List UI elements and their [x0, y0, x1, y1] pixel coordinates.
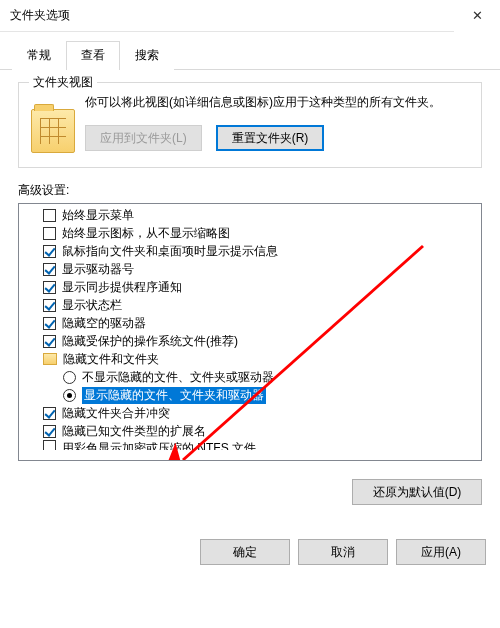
dialog-buttons: 确定 取消 应用(A) [0, 519, 500, 577]
checkbox-icon[interactable] [43, 299, 56, 312]
groupbox-desc: 你可以将此视图(如详细信息或图标)应用于这种类型的所有文件夹。 [85, 93, 469, 111]
ok-button[interactable]: 确定 [200, 539, 290, 565]
folder-icon [31, 109, 75, 153]
tree-item[interactable]: 显示状态栏 [19, 296, 481, 314]
folder-icon [43, 353, 57, 365]
checkbox-icon[interactable] [43, 227, 56, 240]
checkbox-icon[interactable] [43, 281, 56, 294]
tree-item-radio[interactable]: 显示隐藏的文件、文件夹和驱动器 [19, 386, 481, 404]
folder-view-group: 文件夹视图 你可以将此视图(如详细信息或图标)应用于这种类型的所有文件夹。 应用… [18, 82, 482, 168]
tab-bar: 常规 查看 搜索 [0, 32, 500, 70]
tree-item[interactable]: 隐藏空的驱动器 [19, 314, 481, 332]
close-icon: ✕ [472, 8, 483, 23]
apply-button[interactable]: 应用(A) [396, 539, 486, 565]
tree-item[interactable]: 隐藏已知文件类型的扩展名 [19, 422, 481, 440]
checkbox-icon[interactable] [43, 440, 56, 450]
window-title: 文件夹选项 [10, 7, 70, 24]
tree-item[interactable]: 隐藏文件夹合并冲突 [19, 404, 481, 422]
checkbox-icon[interactable] [43, 425, 56, 438]
radio-icon[interactable] [63, 389, 76, 402]
checkbox-icon[interactable] [43, 317, 56, 330]
tree-item[interactable]: 始终显示菜单 [19, 206, 481, 224]
radio-icon[interactable] [63, 371, 76, 384]
cancel-button[interactable]: 取消 [298, 539, 388, 565]
tab-general[interactable]: 常规 [12, 41, 66, 70]
close-button[interactable]: ✕ [454, 0, 500, 32]
checkbox-icon[interactable] [43, 209, 56, 222]
advanced-settings-tree[interactable]: 始终显示菜单 始终显示图标，从不显示缩略图 鼠标指向文件夹和桌面项时显示提示信息… [18, 203, 482, 461]
tree-item[interactable]: 用彩色显示加密或压缩的 NTFS 文件 [19, 440, 481, 450]
groupbox-label: 文件夹视图 [29, 74, 97, 91]
checkbox-icon[interactable] [43, 245, 56, 258]
tree-item[interactable]: 鼠标指向文件夹和桌面项时显示提示信息 [19, 242, 481, 260]
reset-folders-button[interactable]: 重置文件夹(R) [216, 125, 325, 151]
tree-item[interactable]: 隐藏受保护的操作系统文件(推荐) [19, 332, 481, 350]
apply-to-folders-button[interactable]: 应用到文件夹(L) [85, 125, 202, 151]
tab-view[interactable]: 查看 [66, 41, 120, 70]
tree-item[interactable]: 显示驱动器号 [19, 260, 481, 278]
tree-item-group[interactable]: 隐藏文件和文件夹 [19, 350, 481, 368]
checkbox-icon[interactable] [43, 263, 56, 276]
tree-item[interactable]: 显示同步提供程序通知 [19, 278, 481, 296]
restore-defaults-button[interactable]: 还原为默认值(D) [352, 479, 482, 505]
titlebar: 文件夹选项 ✕ [0, 0, 500, 32]
tree-item[interactable]: 始终显示图标，从不显示缩略图 [19, 224, 481, 242]
tab-search[interactable]: 搜索 [120, 41, 174, 70]
tab-content: 文件夹视图 你可以将此视图(如详细信息或图标)应用于这种类型的所有文件夹。 应用… [0, 70, 500, 469]
checkbox-icon[interactable] [43, 335, 56, 348]
advanced-settings-label: 高级设置: [18, 182, 482, 199]
checkbox-icon[interactable] [43, 407, 56, 420]
tree-item-radio[interactable]: 不显示隐藏的文件、文件夹或驱动器 [19, 368, 481, 386]
